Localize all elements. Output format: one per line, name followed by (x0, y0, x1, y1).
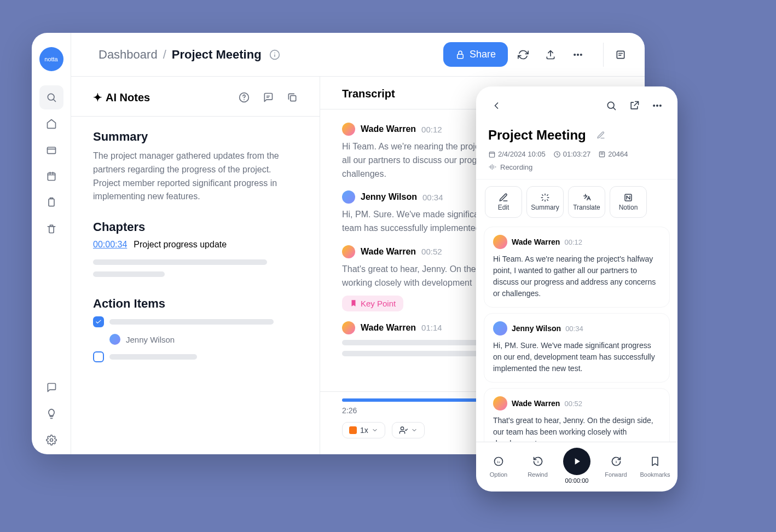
mobile-message[interactable]: Jenny Wilson00:34 Hi, PM. Sure. We've ma… (484, 313, 670, 383)
speaker-name: Jenny Wilson (361, 192, 417, 202)
speaker-name: Wade Warren (361, 124, 416, 134)
calendar-icon[interactable] (39, 164, 63, 188)
tool-more[interactable] (651, 186, 664, 218)
speaker-name: Wade Warren (512, 238, 560, 246)
speed-selector[interactable]: 1x (342, 422, 385, 438)
chapter-title: Project progress update (134, 240, 227, 250)
play-control[interactable]: 00:00:00 (559, 448, 595, 484)
avatar (493, 235, 507, 249)
page-title: Project Meeting (172, 48, 262, 62)
chat-icon[interactable] (39, 375, 63, 400)
forward-control[interactable]: 3Forward (598, 454, 634, 478)
meta-words: 20464 (598, 150, 628, 158)
action-item[interactable] (93, 316, 298, 327)
avatar (493, 396, 507, 410)
lightbulb-icon[interactable] (39, 402, 63, 426)
edit-title-icon[interactable] (592, 126, 610, 144)
rewind-control[interactable]: 3Rewind (520, 454, 556, 478)
back-icon[interactable] (487, 96, 506, 115)
home-icon[interactable] (39, 112, 63, 136)
speed-icon (349, 426, 357, 434)
breadcrumb-separator: / (163, 48, 166, 62)
chapter-timestamp[interactable]: 00:00:34 (93, 240, 127, 250)
clipboard-icon[interactable] (39, 190, 63, 215)
topbar: Dashboard / Project Meeting Share (71, 33, 645, 77)
notes-toggle-icon[interactable] (603, 43, 627, 67)
open-external-icon[interactable] (625, 96, 644, 115)
action-assignee-row: Jenny Wilson (109, 334, 298, 345)
more-icon[interactable] (566, 43, 590, 67)
breadcrumb: Dashboard / Project Meeting (99, 48, 280, 62)
avatar (109, 334, 120, 345)
comment-icon[interactable] (258, 88, 278, 107)
skeleton-line (93, 259, 267, 265)
speaker-name: Wade Warren (361, 323, 416, 333)
svg-text:3: 3 (537, 460, 538, 464)
share-label: Share (470, 49, 496, 60)
mobile-message[interactable]: Wade Warren00:52 That's great to hear, J… (484, 388, 670, 442)
action-item[interactable] (93, 351, 298, 362)
folder-icon[interactable] (39, 138, 63, 162)
tool-translate[interactable]: Translate (568, 186, 605, 218)
mobile-playbar: 1xOption 3Rewind 00:00:00 3Forward Bookm… (476, 442, 677, 491)
svg-rect-2 (48, 173, 55, 180)
skeleton-line (109, 354, 197, 360)
speaker-time: 00:52 (564, 400, 582, 408)
sparkle-icon: ✦ (93, 91, 102, 104)
mobile-transcript-list[interactable]: Wade Warren00:12 Hi Team. As we're neari… (476, 224, 677, 442)
ai-notes-header: ✦ AI Notes (71, 77, 320, 117)
mobile-topbar (476, 86, 677, 120)
svg-point-17 (657, 105, 658, 107)
info-icon[interactable] (269, 49, 280, 60)
copy-icon[interactable] (282, 88, 302, 107)
chapter-row[interactable]: 00:00:34 Project progress update (93, 240, 298, 250)
checkbox-unchecked[interactable] (93, 351, 104, 362)
svg-point-13 (401, 427, 403, 430)
avatar (342, 123, 355, 136)
speaker-time: 00:52 (421, 247, 442, 256)
summary-text: The project manager gathered updates fro… (93, 149, 298, 204)
refresh-icon[interactable] (511, 43, 535, 67)
svg-point-4 (50, 439, 53, 442)
speaker-time: 00:12 (564, 238, 582, 246)
speaker-filter[interactable] (392, 422, 425, 438)
mobile-message[interactable]: Wade Warren00:12 Hi Team. As we're neari… (484, 227, 670, 308)
svg-point-18 (660, 105, 662, 107)
mobile-header: Project Meeting 2/4/2024 10:05 01:03:27 … (476, 120, 677, 180)
tool-edit[interactable]: Edit (485, 186, 522, 218)
option-control[interactable]: 1xOption (480, 454, 517, 478)
svg-point-7 (574, 54, 576, 55)
share-button[interactable]: Share (443, 42, 508, 67)
bookmarks-control[interactable]: Bookmarks (637, 454, 673, 478)
export-icon[interactable] (538, 43, 563, 67)
tool-summary[interactable]: Summary (526, 186, 564, 218)
settings-icon[interactable] (39, 428, 63, 452)
svg-rect-1 (47, 147, 55, 154)
meta-duration: 01:03:27 (553, 150, 591, 158)
key-point-chip[interactable]: Key Point (342, 296, 403, 311)
skeleton-line (109, 319, 274, 325)
ai-notes-title: ✦ AI Notes (93, 91, 150, 104)
avatar (342, 245, 355, 258)
chapters-heading: Chapters (93, 220, 298, 234)
svg-point-8 (577, 54, 579, 55)
svg-rect-19 (489, 152, 494, 157)
tool-notion[interactable]: Notion (610, 186, 647, 218)
speaker-name: Wade Warren (512, 399, 560, 408)
ai-notes-panel: ✦ AI Notes Summary The project manager g… (71, 77, 320, 454)
search-icon[interactable] (39, 85, 63, 109)
more-icon[interactable] (648, 96, 667, 115)
svg-rect-6 (458, 54, 464, 59)
skeleton-line (93, 271, 165, 277)
summary-heading: Summary (93, 130, 298, 144)
assignee-name: Jenny Wilson (126, 335, 175, 344)
svg-point-0 (48, 94, 54, 100)
play-button[interactable] (563, 448, 590, 475)
checkbox-checked[interactable] (93, 316, 104, 327)
logo: notta (39, 47, 63, 71)
message-text: That's great to hear, Jenny. On the desi… (493, 415, 661, 442)
help-icon[interactable] (234, 88, 254, 107)
breadcrumb-dashboard[interactable]: Dashboard (99, 48, 158, 62)
search-icon[interactable] (602, 96, 621, 115)
trash-icon[interactable] (39, 217, 63, 241)
